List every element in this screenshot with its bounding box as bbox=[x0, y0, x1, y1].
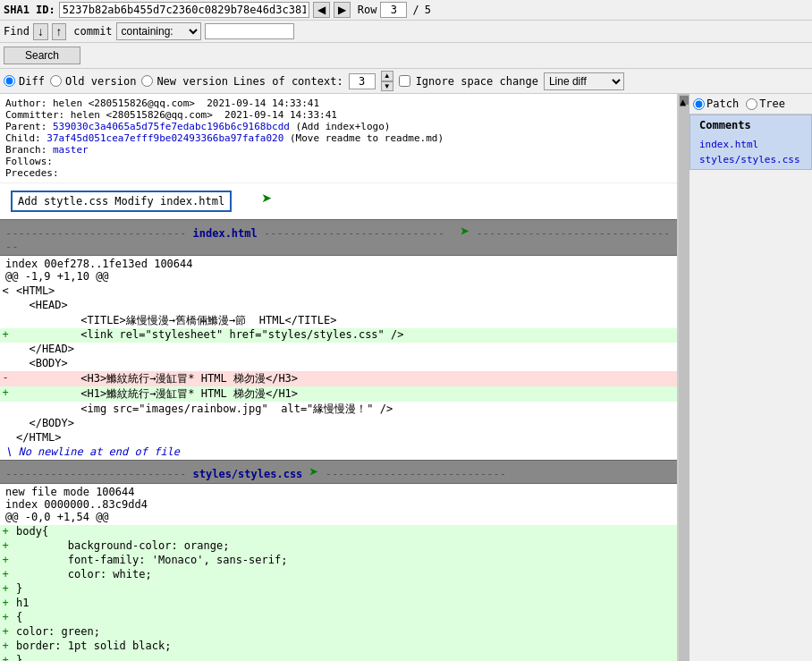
arrow-indicator-1: ➤ bbox=[261, 188, 272, 209]
diff-panel[interactable]: Author: helen <280515826@qq.com> 2021-09… bbox=[0, 94, 678, 661]
commit-select[interactable]: containing: starting from: up to: range: bbox=[116, 22, 201, 40]
diff-line-added: + font-family: 'Monaco', sans-serif; bbox=[0, 554, 677, 568]
diff-meta-line-index: index 0000000..83c9dd4 bbox=[5, 498, 672, 511]
diff-line-added: + <H1>鰷紋統行→漫缸冒* HTML 梯勿漫</H1> bbox=[0, 386, 677, 402]
tree-radio[interactable] bbox=[746, 98, 757, 110]
child-link[interactable]: 37af45d051cea7efff9be02493366ba97fafa020 bbox=[47, 132, 283, 144]
tree-label: Tree bbox=[759, 97, 785, 110]
sign bbox=[0, 343, 11, 357]
find-up-btn[interactable]: ↑ bbox=[52, 23, 67, 40]
right-panel: ▲ ▼ Patch Tree Comments index.html bbox=[678, 94, 812, 661]
ignore-space-checkbox[interactable] bbox=[399, 75, 410, 87]
sign: + bbox=[0, 582, 11, 597]
find-label: Find bbox=[4, 25, 30, 38]
branch-link[interactable]: master bbox=[53, 144, 89, 156]
diff-radio-group[interactable]: Diff bbox=[4, 75, 45, 88]
scroll-up-btn[interactable]: ▲ bbox=[680, 96, 689, 105]
sign: + bbox=[0, 654, 11, 661]
commit-search-input[interactable] bbox=[205, 23, 294, 39]
line-content: background-color: orange; bbox=[11, 539, 677, 554]
diff-line-added: + color: white; bbox=[0, 568, 677, 582]
author-label: Author: bbox=[5, 97, 53, 109]
row-label: Row bbox=[358, 4, 377, 16]
diff-line-added: + background-color: orange; bbox=[0, 539, 677, 554]
arrow-indicator-2: ➤ bbox=[461, 222, 470, 241]
diff-radio[interactable] bbox=[4, 75, 15, 87]
vscroll-bar[interactable]: ▲ ▼ bbox=[679, 94, 689, 661]
file-header-dashes-left-1: ---------------------------- bbox=[5, 227, 193, 240]
right-panel-content: Patch Tree Comments index.html styles/st… bbox=[689, 94, 812, 170]
diff-meta-line-1: index 00ef278..1fe13ed 100644 bbox=[5, 258, 672, 270]
sign: + bbox=[0, 568, 11, 582]
branch-label: Branch: bbox=[5, 144, 53, 156]
diff-line-added: +h1 bbox=[0, 597, 677, 611]
line-content: </BODY> bbox=[11, 417, 677, 431]
parent-label: Parent: bbox=[5, 121, 53, 132]
sha1-label: SHA1 ID: bbox=[4, 4, 55, 16]
file-list-item-index[interactable]: index.html bbox=[696, 137, 806, 152]
parent-link[interactable]: 539030c3a4065a5d75fe7edabc196b6c9168bcdd bbox=[53, 121, 290, 132]
patch-tree-bar: Patch Tree bbox=[689, 94, 812, 114]
sign: - bbox=[0, 371, 11, 386]
sign: + bbox=[0, 525, 11, 539]
sha1-input[interactable] bbox=[59, 2, 309, 18]
row-current-input[interactable] bbox=[380, 2, 407, 18]
tree-radio-label[interactable]: Tree bbox=[746, 97, 785, 110]
context-spinners[interactable]: ▲ ▼ bbox=[381, 71, 393, 91]
sign: + bbox=[0, 539, 11, 554]
line-content: <BODY> bbox=[11, 357, 677, 371]
diff-file-1: ---------------------------- index.html … bbox=[0, 219, 677, 460]
file-header-dashes-end-2: ---------------------------- bbox=[326, 468, 506, 480]
old-version-radio[interactable] bbox=[50, 75, 62, 87]
context-label: Lines of context: bbox=[233, 75, 343, 88]
diff-line-added: +} bbox=[0, 582, 677, 597]
line-content: body{ bbox=[11, 525, 677, 539]
comments-header: Comments bbox=[696, 117, 806, 133]
diff-line-added: +body{ bbox=[0, 525, 677, 539]
search-button[interactable]: Search bbox=[4, 47, 80, 64]
file-header-dashes-left-2: ---------------------------- bbox=[5, 468, 193, 480]
oldversion-radio-group[interactable]: Old version bbox=[50, 75, 136, 88]
new-version-radio[interactable] bbox=[141, 75, 153, 87]
diff-line-added: +} bbox=[0, 654, 677, 661]
newversion-radio-group[interactable]: New version bbox=[141, 75, 227, 88]
context-down-btn[interactable]: ▼ bbox=[381, 81, 393, 92]
linediff-select[interactable]: Line diff Inline diff Side by side bbox=[544, 72, 624, 90]
context-input[interactable] bbox=[349, 73, 376, 89]
diff-line-added: +color: green; bbox=[0, 625, 677, 640]
patch-radio-label[interactable]: Patch bbox=[693, 97, 739, 110]
file-list-item-styles[interactable]: styles/styles.css bbox=[696, 152, 806, 167]
main-area: Author: helen <280515826@qq.com> 2021-09… bbox=[0, 94, 812, 661]
committer-date: 2021-09-14 14:33:41 bbox=[224, 109, 337, 121]
line-content: font-family: 'Monaco', sans-serif; bbox=[11, 554, 677, 568]
child-desc: (Move readme to readme.md) bbox=[290, 132, 444, 144]
sign bbox=[0, 417, 11, 431]
line-content: </HTML> bbox=[11, 431, 677, 445]
sign: + bbox=[0, 640, 11, 654]
filename-2: styles/styles.css bbox=[193, 468, 303, 480]
author-date: 2021-09-14 14:33:41 bbox=[207, 97, 319, 109]
sign: + bbox=[0, 554, 11, 568]
line-content: <H1>鰷紋統行→漫缸冒* HTML 梯勿漫</H1> bbox=[11, 386, 677, 402]
diff-line: </HEAD> bbox=[0, 343, 677, 357]
line-content: <H3>鰷紋統行→漫缸冒* HTML 梯勿漫</H3> bbox=[11, 371, 677, 386]
diff-line-added: + <link rel="stylesheet" href="styles/st… bbox=[0, 328, 677, 343]
sign bbox=[0, 431, 11, 445]
next-btn[interactable]: ▶ bbox=[334, 2, 351, 18]
ignore-space-group[interactable]: Ignore space change bbox=[399, 75, 538, 88]
sign: + bbox=[0, 328, 11, 343]
options-bar: Diff Old version New version Lines of co… bbox=[0, 69, 812, 94]
line-content: <HEAD> bbox=[11, 299, 677, 313]
line-content: h1 bbox=[11, 597, 677, 611]
diff-meta-line-new-file: new file mode 100644 bbox=[5, 486, 672, 498]
context-up-btn[interactable]: ▲ bbox=[381, 71, 393, 81]
patch-radio[interactable] bbox=[693, 98, 705, 110]
sign: + bbox=[0, 597, 11, 611]
line-content: } bbox=[11, 654, 677, 661]
prev-btn[interactable]: ◀ bbox=[313, 2, 330, 18]
line-content: color: green; bbox=[11, 625, 677, 640]
sign: < bbox=[0, 284, 11, 299]
commit-msg-text: Add stytle.css Modify index.html bbox=[18, 195, 224, 208]
diff-line-added: +{ bbox=[0, 611, 677, 625]
find-down-btn[interactable]: ↓ bbox=[33, 23, 48, 40]
